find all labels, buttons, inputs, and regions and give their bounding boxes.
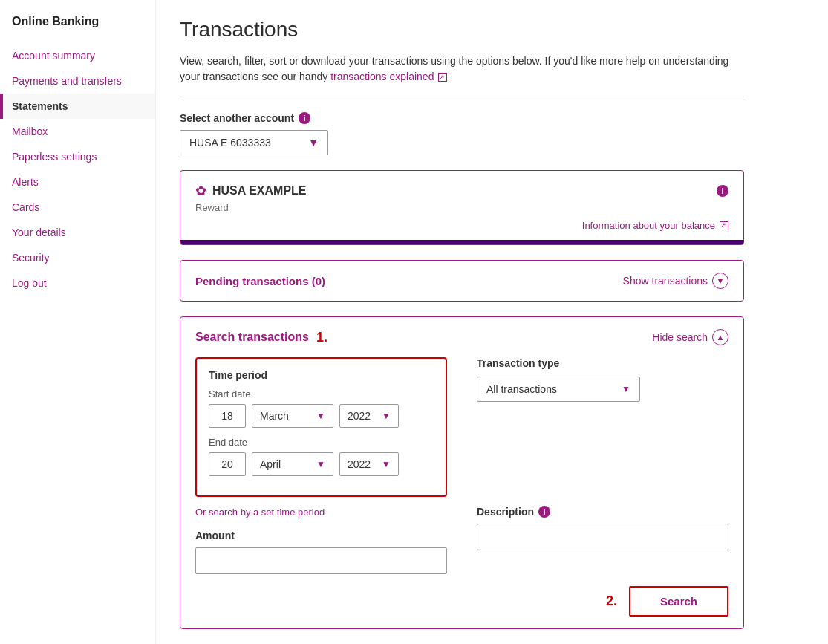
search-left-col: Time period Start date March ▼ 2022 [195, 357, 447, 574]
end-month-dropdown[interactable]: April ▼ [252, 452, 333, 476]
account-name-row: ✿ HUSA EXAMPLE [195, 183, 307, 199]
search-title-row: Search transactions 1. [195, 330, 327, 345]
pending-title: Pending transactions (0) [195, 275, 325, 287]
sidebar-nav: Account summary Payments and transfers S… [0, 43, 155, 296]
step-1-label: 1. [316, 330, 327, 345]
balance-link[interactable]: Information about your balance [582, 220, 728, 231]
account-card-footer: Information about your balance [195, 219, 728, 231]
description-text: View, search, filter, sort or download y… [180, 53, 744, 85]
search-button[interactable]: Search [629, 586, 728, 617]
select-account-section: Select another account i HUSA E 6033333 … [180, 112, 804, 155]
sidebar-item-statements[interactable]: Statements [0, 94, 155, 119]
hide-search-button[interactable]: Hide search ▲ [652, 329, 728, 345]
end-date-group: End date April ▼ 2022 ▼ [209, 437, 434, 476]
amount-group: Amount [195, 530, 447, 574]
sidebar-item-cards[interactable]: Cards [0, 195, 155, 220]
end-month-chevron-icon: ▼ [316, 459, 325, 469]
account-card: ✿ HUSA EXAMPLE i Reward Information abou… [180, 170, 744, 245]
search-section: Search transactions 1. Hide search ▲ Tim… [180, 316, 744, 629]
sidebar-item-payments-transfers[interactable]: Payments and transfers [0, 68, 155, 94]
search-btn-row: 2. Search [195, 586, 728, 617]
sidebar-title: Online Banking [0, 15, 155, 43]
show-transactions-button[interactable]: Show transactions ▼ [623, 273, 728, 289]
page-title: Transactions [180, 18, 804, 42]
main-content: Transactions View, search, filter, sort … [156, 0, 828, 644]
sidebar-item-account-summary[interactable]: Account summary [0, 43, 155, 68]
start-date-label: Start date [209, 388, 434, 400]
description-label: Description i [477, 506, 728, 518]
start-date-inputs: March ▼ 2022 ▼ [209, 404, 434, 428]
step-2-label: 2. [606, 593, 617, 609]
end-date-inputs: April ▼ 2022 ▼ [209, 452, 434, 476]
flower-icon: ✿ [195, 183, 206, 199]
end-day-input[interactable] [209, 452, 246, 476]
balance-external-link-icon [720, 221, 728, 230]
description-input[interactable] [477, 524, 728, 550]
account-card-info-icon[interactable]: i [717, 185, 728, 197]
hide-search-chevron-icon: ▲ [712, 329, 728, 345]
start-month-chevron-icon: ▼ [316, 411, 325, 421]
amount-input[interactable] [195, 547, 447, 574]
set-time-period-link[interactable]: Or search by a set time period [195, 507, 325, 518]
section-divider [180, 97, 744, 97]
transaction-type-dropdown[interactable]: All transactions ▼ [477, 377, 640, 402]
search-form: Time period Start date March ▼ 2022 [195, 357, 728, 574]
search-section-title: Search transactions [195, 331, 309, 344]
sidebar-item-log-out[interactable]: Log out [0, 270, 155, 296]
account-dropdown[interactable]: HUSA E 6033333 ▼ [180, 130, 328, 155]
sidebar-item-your-details[interactable]: Your details [0, 220, 155, 245]
sidebar-item-security[interactable]: Security [0, 245, 155, 270]
sidebar: Online Banking Account summary Payments … [0, 0, 156, 644]
time-period-box: Time period Start date March ▼ 2022 [195, 357, 447, 497]
show-transactions-chevron-icon: ▼ [712, 273, 728, 289]
select-account-label: Select another account i [180, 112, 804, 124]
start-day-input[interactable] [209, 404, 246, 428]
transaction-type-group: Transaction type All transactions ▼ [477, 357, 728, 402]
end-date-label: End date [209, 437, 434, 448]
transaction-type-chevron-icon: ▼ [622, 384, 630, 394]
description-group: Description i [477, 506, 728, 550]
account-card-bar [180, 240, 743, 244]
select-account-info-icon[interactable]: i [299, 112, 310, 124]
time-period-label: Time period [209, 369, 434, 381]
start-year-chevron-icon: ▼ [382, 411, 391, 421]
start-date-group: Start date March ▼ 2022 ▼ [209, 388, 434, 428]
description-info-icon[interactable]: i [538, 506, 550, 518]
search-section-header: Search transactions 1. Hide search ▲ [195, 329, 728, 345]
sidebar-item-mailbox[interactable]: Mailbox [0, 119, 155, 144]
sidebar-item-alerts[interactable]: Alerts [0, 169, 155, 195]
amount-label: Amount [195, 530, 447, 541]
account-name: HUSA EXAMPLE [212, 184, 307, 198]
end-year-dropdown[interactable]: 2022 ▼ [339, 452, 399, 476]
account-card-header: ✿ HUSA EXAMPLE i [195, 183, 728, 199]
account-type: Reward [195, 202, 728, 213]
sidebar-item-paperless-settings[interactable]: Paperless settings [0, 144, 155, 169]
start-year-dropdown[interactable]: 2022 ▼ [339, 404, 399, 428]
pending-section: Pending transactions (0) Show transactio… [180, 260, 744, 302]
search-right-col: Transaction type All transactions ▼ Desc… [477, 357, 728, 574]
external-link-icon [438, 73, 447, 82]
transactions-explained-link[interactable]: transactions explained [330, 71, 447, 82]
transaction-type-label: Transaction type [477, 357, 728, 369]
end-year-chevron-icon: ▼ [382, 459, 391, 469]
dropdown-arrow-icon: ▼ [308, 137, 319, 149]
start-month-dropdown[interactable]: March ▼ [252, 404, 333, 428]
